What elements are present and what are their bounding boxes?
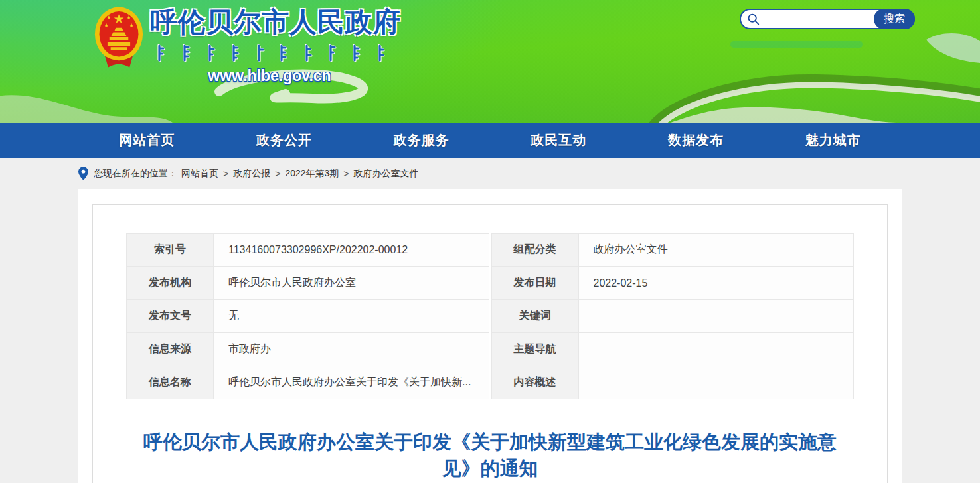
table-row: 信息名称 呼伦贝尔市人民政府办公室关于印发《关于加快新... bbox=[127, 366, 489, 399]
site-banner: ★ ★ ★ ★ ★ 呼伦贝尔市人民政府 ww bbox=[0, 0, 980, 123]
svg-text:★: ★ bbox=[106, 14, 112, 21]
svg-text:★: ★ bbox=[104, 22, 109, 29]
breadcrumb-separator: > bbox=[223, 169, 228, 179]
breadcrumb-bar: 您现在所在的位置： 网站首页 > 政府公报 > 2022年第3期 > 政府办公室… bbox=[0, 158, 980, 189]
svg-text:★: ★ bbox=[126, 14, 131, 21]
nav-item-gov-service[interactable]: 政务服务 bbox=[353, 123, 490, 158]
breadcrumb-separator: > bbox=[343, 169, 349, 179]
breadcrumb-separator: > bbox=[275, 169, 280, 179]
breadcrumb-link-home[interactable]: 网站首页 bbox=[181, 168, 218, 180]
national-emblem-icon: ★ ★ ★ ★ ★ bbox=[94, 5, 144, 69]
site-url: www.hlbe.gov.cn bbox=[150, 67, 389, 85]
metadata-table-right: 组配分类 政府办公室文件 发布日期 2022-02-15 关键词 主题导航 bbox=[491, 233, 855, 399]
search-button[interactable]: 搜索 bbox=[874, 9, 915, 29]
meta-label-keywords: 关键词 bbox=[491, 300, 578, 333]
breadcrumb-link-category[interactable]: 政府办公室文件 bbox=[354, 168, 419, 180]
meta-label-info-source: 信息来源 bbox=[127, 333, 214, 366]
meta-label-issuing-agency: 发布机构 bbox=[127, 267, 214, 300]
search-icon bbox=[747, 13, 760, 26]
table-row: 关键词 bbox=[491, 300, 854, 333]
breadcrumb-link-issue[interactable]: 2022年第3期 bbox=[285, 168, 339, 180]
table-row: 信息来源 市政府办 bbox=[127, 333, 489, 366]
table-row: 发布机构 呼伦贝尔市人民政府办公室 bbox=[127, 267, 489, 300]
svg-text:★: ★ bbox=[113, 12, 124, 26]
meta-label-summary: 内容概述 bbox=[491, 366, 578, 399]
meta-value-topic-nav bbox=[578, 333, 854, 366]
table-row: 内容概述 bbox=[491, 366, 854, 399]
meta-label-topic-nav: 主题导航 bbox=[491, 333, 578, 366]
breadcrumb-link-gazette[interactable]: 政府公报 bbox=[233, 168, 270, 180]
meta-value-index-number: 1134160073302996XP/202202-00012 bbox=[214, 234, 489, 267]
site-title: 呼伦贝尔市人民政府 bbox=[150, 4, 416, 40]
metadata-table-left: 索引号 1134160073302996XP/202202-00012 发布机构… bbox=[126, 233, 489, 399]
mongolian-script bbox=[154, 44, 390, 62]
meta-label-publish-date: 发布日期 bbox=[491, 267, 578, 300]
meta-value-info-name: 呼伦贝尔市人民政府办公室关于印发《关于加快新... bbox=[214, 366, 489, 399]
nav-item-gov-info[interactable]: 政务公开 bbox=[216, 123, 353, 158]
nav-item-interaction[interactable]: 政民互动 bbox=[490, 123, 627, 158]
meta-value-category: 政府办公室文件 bbox=[578, 234, 854, 267]
meta-value-issuing-agency: 呼伦贝尔市人民政府办公室 bbox=[214, 267, 489, 300]
table-row: 组配分类 政府办公室文件 bbox=[491, 234, 854, 267]
meta-value-document-number: 无 bbox=[214, 300, 489, 333]
meta-value-summary bbox=[578, 366, 854, 399]
document-title: 呼伦贝尔市人民政府办公室关于印发《关于加快新型建筑工业化绿色发展的实施意见》的通… bbox=[138, 429, 842, 482]
table-row: 发布文号 无 bbox=[127, 300, 489, 333]
table-row: 主题导航 bbox=[491, 333, 854, 366]
document-panel: 索引号 1134160073302996XP/202202-00012 发布机构… bbox=[92, 204, 888, 483]
site-logo-link[interactable]: 呼伦贝尔市人民政府 www.hlbe.gov.cn bbox=[150, 4, 416, 85]
meta-label-category: 组配分类 bbox=[491, 234, 578, 267]
nav-item-city[interactable]: 魅力城市 bbox=[764, 123, 902, 158]
content-card: 索引号 1134160073302996XP/202202-00012 发布机构… bbox=[78, 189, 902, 483]
meta-label-index-number: 索引号 bbox=[127, 234, 214, 267]
meta-value-publish-date: 2022-02-15 bbox=[578, 267, 854, 300]
nav-item-home[interactable]: 网站首页 bbox=[78, 123, 216, 158]
main-nav: 网站首页 政务公开 政务服务 政民互动 数据发布 魅力城市 bbox=[0, 123, 980, 158]
breadcrumb: 您现在所在的位置： 网站首页 > 政府公报 > 2022年第3期 > 政府办公室… bbox=[78, 167, 902, 180]
meta-label-info-name: 信息名称 bbox=[127, 366, 214, 399]
meta-value-info-source: 市政府办 bbox=[214, 333, 489, 366]
meta-label-document-number: 发布文号 bbox=[127, 300, 214, 333]
metadata-tables: 索引号 1134160073302996XP/202202-00012 发布机构… bbox=[93, 205, 887, 399]
meta-value-keywords bbox=[578, 300, 854, 333]
location-pin-icon bbox=[78, 167, 88, 180]
table-row: 索引号 1134160073302996XP/202202-00012 bbox=[127, 234, 489, 267]
search-input[interactable] bbox=[760, 11, 874, 27]
nav-item-data[interactable]: 数据发布 bbox=[627, 123, 765, 158]
search-box: 搜索 bbox=[740, 9, 915, 29]
svg-text:★: ★ bbox=[129, 22, 134, 29]
table-row: 发布日期 2022-02-15 bbox=[491, 267, 854, 300]
breadcrumb-prefix: 您现在所在的位置： bbox=[94, 168, 177, 180]
